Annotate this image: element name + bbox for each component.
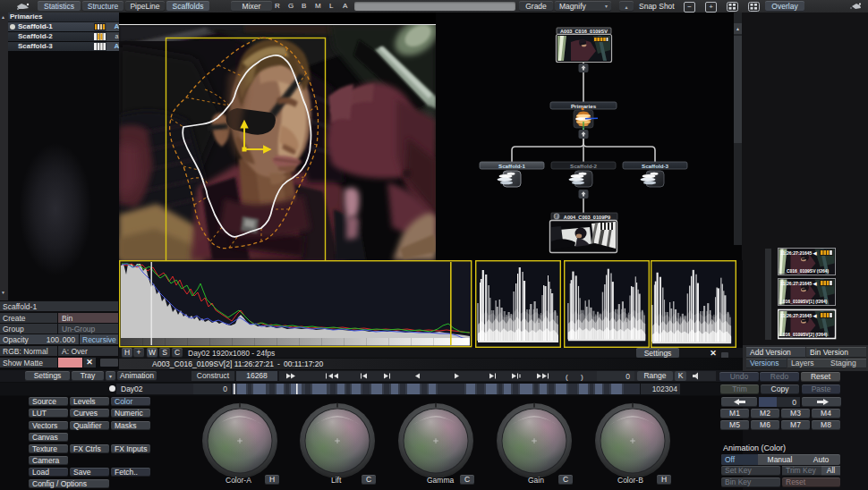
svg-text:Primaries: Primaries	[571, 103, 597, 109]
svg-text:11:26:27:21645 ◀: 11:26:27:21645 ◀	[780, 313, 817, 318]
svg-text:F: F	[556, 215, 558, 219]
svg-text:A003_C016_0109SV: A003_C016_0109SV	[560, 29, 608, 34]
svg-text:Scaffold-3: Scaffold-3	[642, 163, 668, 169]
svg-text:11:26:27:21645 ◀: 11:26:27:21645 ◀	[780, 281, 817, 286]
svg-text:..016_0109SV[1] (f264): ..016_0109SV[1] (f264)	[780, 299, 828, 304]
svg-text:(: (	[566, 373, 568, 381]
svg-text:Scaffold-2: Scaffold-2	[570, 163, 597, 169]
svg-text:): )	[581, 373, 583, 381]
svg-text:Scaffold-1: Scaffold-1	[498, 163, 525, 169]
svg-text:0: 0	[625, 372, 630, 381]
svg-text:_ _C016_0109SV (f264): _ _C016_0109SV (f264)	[779, 268, 830, 274]
svg-text:..016_0109SV[2] (f264): ..016_0109SV[2] (f264)	[780, 332, 828, 337]
svg-text:A004_C003_0109P9: A004_C003_0109P9	[564, 215, 610, 220]
svg-text:11:26:27:21645 ◀: 11:26:27:21645 ◀	[780, 250, 817, 256]
